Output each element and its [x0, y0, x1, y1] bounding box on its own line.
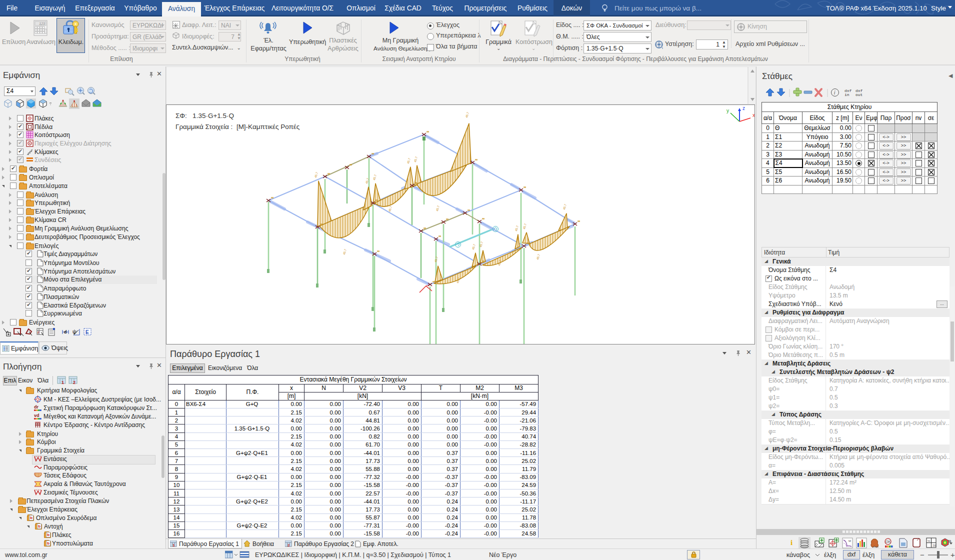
svg-text:out: out: [856, 92, 862, 97]
svg-text:dr: dr: [34, 404, 38, 410]
svg-text:45.7: 45.7: [436, 205, 440, 212]
svg-text:45.7: 45.7: [314, 172, 318, 178]
svg-text:i: i: [834, 90, 836, 96]
svg-text:123: 123: [39, 22, 45, 26]
svg-text:E: E: [86, 330, 89, 335]
svg-text:y: y: [726, 108, 729, 114]
svg-text:F: F: [38, 330, 40, 335]
svg-text:ΣΕ: ΣΕ: [932, 544, 936, 547]
svg-text:in: in: [844, 92, 850, 97]
svg-text:%: %: [928, 540, 930, 542]
svg-text:45.7: 45.7: [465, 112, 470, 118]
svg-text:45.7: 45.7: [522, 223, 527, 230]
svg-text:45.7: 45.7: [514, 225, 519, 232]
svg-text:ψ: ψ: [72, 328, 76, 334]
svg-text:ΣΦ: 1.35·G+1.5·Q: ΣΦ: 1.35·G+1.5·Q: [176, 112, 234, 120]
svg-text:Γραμμικά Στοιχεία : [M]-Καμπτ: Γραμμικά Στοιχεία : [M]-Καμπτικές Ροπές: [176, 123, 300, 130]
svg-text:x: x: [752, 112, 755, 118]
svg-text:2: 2: [288, 543, 290, 547]
svg-text:1: 1: [172, 543, 175, 547]
svg-text:i: i: [790, 538, 792, 546]
svg-text:M: M: [848, 540, 851, 542]
svg-text:z: z: [742, 106, 745, 111]
svg-text:45.7: 45.7: [414, 156, 418, 162]
svg-text:d: d: [64, 330, 67, 334]
svg-text:45.7: 45.7: [372, 174, 377, 180]
svg-text:45.7: 45.7: [472, 244, 476, 250]
svg-text:45.7: 45.7: [342, 248, 347, 255]
svg-text:45.7: 45.7: [562, 204, 567, 210]
svg-text:45.7: 45.7: [434, 256, 438, 262]
svg-text:2: 2: [73, 380, 76, 385]
svg-text:ΟΚ: ΟΚ: [886, 540, 890, 544]
svg-text:45.7: 45.7: [388, 206, 392, 212]
svg-text:vd: vd: [34, 413, 40, 418]
svg-text:45.7: 45.7: [536, 254, 540, 260]
svg-text:1: 1: [62, 380, 64, 385]
svg-text:45.7: 45.7: [406, 158, 411, 164]
